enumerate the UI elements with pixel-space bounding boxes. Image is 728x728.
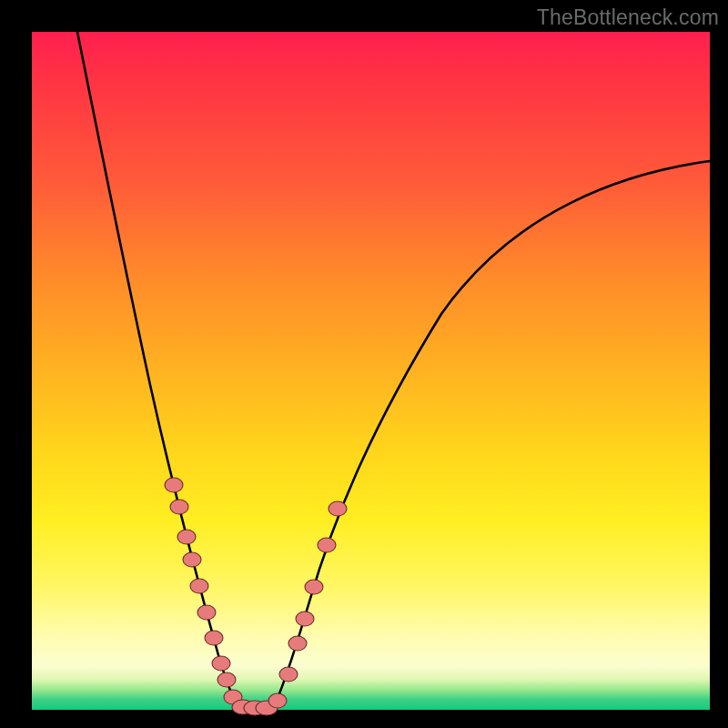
curve-layer xyxy=(32,32,710,710)
data-marker xyxy=(190,579,208,593)
data-marker xyxy=(279,667,298,682)
data-marker xyxy=(318,538,336,552)
left-curve xyxy=(77,32,241,709)
right-curve xyxy=(272,161,710,709)
data-marker xyxy=(212,656,230,671)
data-marker xyxy=(217,672,236,687)
chart-frame: TheBottleneck.com xyxy=(0,0,728,728)
data-marker xyxy=(165,478,183,492)
data-marker xyxy=(197,605,216,620)
data-marker xyxy=(205,631,223,645)
data-marker xyxy=(183,552,201,567)
data-marker xyxy=(329,501,347,516)
watermark-text: TheBottleneck.com xyxy=(537,5,719,30)
data-marker xyxy=(288,636,307,651)
marker-group xyxy=(165,478,347,715)
data-marker xyxy=(177,530,196,544)
data-marker xyxy=(268,693,287,708)
data-marker xyxy=(305,580,323,594)
data-marker xyxy=(296,612,314,626)
data-marker xyxy=(170,500,188,514)
